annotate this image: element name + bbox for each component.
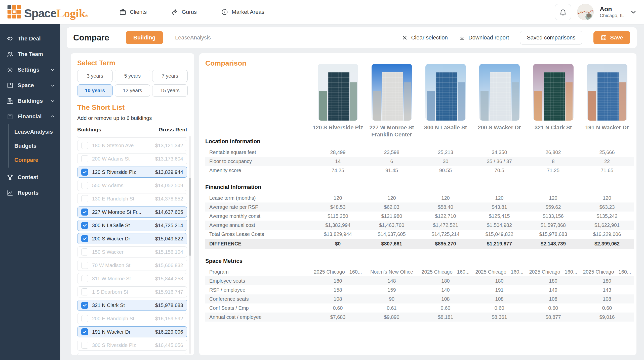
table-row-conference-seats: Conference seats10890108108108108 — [205, 294, 634, 303]
avatar[interactable]: VANDELAY — [577, 4, 594, 20]
cell-value: 2025 Chicago - 160... — [311, 269, 365, 275]
row-label: Annual cost / employee — [205, 314, 311, 320]
gross-rent-value: $15,156,104 — [155, 249, 183, 255]
shortlist-row[interactable]: 150 S Wacker$15,156,104 — [77, 246, 187, 258]
checkbox-unchecked[interactable] — [81, 355, 88, 355]
select-term-heading: Select Term — [77, 59, 115, 67]
term-option-5-years[interactable]: 5 years — [115, 70, 150, 82]
chevron-up-icon — [50, 114, 55, 119]
checkbox-unchecked[interactable] — [81, 182, 88, 189]
checkbox-unchecked[interactable] — [81, 155, 88, 162]
building-name: 1 S Dearborn St — [92, 289, 151, 295]
checkbox-checked[interactable] — [81, 222, 88, 229]
building-name: 300 S Riverside Plz — [92, 342, 151, 348]
user-menu[interactable]: Aon Chicago, IL — [600, 6, 624, 19]
term-option-3-years[interactable]: 3 years — [77, 70, 113, 82]
sidebar-item-leaseanalysis[interactable]: LeaseAnalysis — [9, 125, 60, 139]
chevron-down-icon[interactable] — [630, 9, 637, 16]
sidebar-item-settings[interactable]: Settings — [0, 62, 60, 78]
cell-value: $13,829,944 — [311, 231, 365, 237]
nav-item-market-areas[interactable]: Market Areas — [221, 8, 264, 16]
shortlist-row[interactable]: 200 E Randolph St$16,159,592 — [77, 313, 187, 324]
shortlist-subtitle: Add or remove up to 6 buildings — [77, 115, 152, 121]
cell-value: $62.03 — [365, 204, 419, 210]
checkbox-unchecked[interactable] — [81, 342, 88, 349]
sidebar-item-label: Reports — [18, 190, 38, 196]
term-option-10-years[interactable]: 10 years — [77, 84, 113, 97]
row-label: Average rate per RSF — [205, 204, 311, 210]
sidebar-item-space[interactable]: Space — [0, 78, 60, 93]
shortlist-row[interactable]: 1 S Dearborn St$15,916,747 — [77, 286, 187, 297]
term-option-7-years[interactable]: 7 years — [152, 70, 188, 82]
download-report-button[interactable]: Download report — [459, 34, 509, 41]
building-name: 550 W Adams — [92, 183, 151, 188]
shortlist-row[interactable]: 155 N Wacker Dr$16,668,712 — [77, 353, 187, 355]
shortlist-row[interactable]: 200 W Adams St$13,173,604 — [77, 153, 187, 164]
cell-value: 2025 Chicago - 160... — [580, 269, 634, 275]
building-photo — [425, 64, 466, 121]
term-option-12-years[interactable]: 12 years — [115, 84, 150, 97]
sidebar-item-compare[interactable]: Compare — [9, 153, 60, 167]
tab-building[interactable]: Building — [126, 31, 163, 44]
clear-selection-button[interactable]: Clear selection — [401, 34, 448, 41]
sidebar-item-the-team[interactable]: The Team — [0, 46, 60, 62]
nav-item-gurus[interactable]: Gurus — [171, 8, 197, 16]
shortlist-row[interactable]: 180 N Stetson Ave$13,121,342 — [77, 140, 187, 151]
shortlist-row[interactable]: 200 S Wacker Dr$15,049,822 — [77, 233, 187, 244]
checkbox-unchecked[interactable] — [81, 315, 88, 322]
sidebar-item-reports[interactable]: Reports — [0, 185, 60, 201]
app-logo[interactable]: SpaceLogik® — [7, 5, 88, 19]
checkbox-checked[interactable] — [81, 302, 88, 309]
chevron-down-icon — [50, 67, 55, 73]
cell-value: $2,399,062 — [580, 241, 634, 247]
shortlist-row[interactable]: 321 N Clark St$15,978,683 — [77, 300, 187, 311]
tab-leaseanalysis[interactable]: LeaseAnalysis — [175, 34, 211, 41]
shortlist-row[interactable]: 300 N LaSalle St$14,725,214 — [77, 220, 187, 231]
row-label: Conference seats — [205, 296, 311, 302]
partially-scrolled-row — [77, 136, 187, 138]
shortlist-row[interactable]: 130 E Randolph St$14,378,852 — [77, 193, 187, 204]
shortlist-rows: 180 N Stetson Ave$13,121,342200 W Adams … — [77, 140, 191, 355]
cell-value: $121,980 — [365, 213, 419, 219]
checkbox-checked[interactable] — [81, 328, 88, 335]
gross-rent-value: $15,916,747 — [155, 289, 183, 295]
shortlist-row[interactable]: 191 N Wacker Dr$16,229,006 — [77, 326, 187, 337]
shortlist-row[interactable]: 120 S Riverside Plz$13,829,944 — [77, 167, 187, 178]
checkbox-checked[interactable] — [81, 235, 88, 242]
shortlist-row[interactable]: 70 W Madison St$15,606,832 — [77, 260, 187, 271]
table-row-annual-cost-employee: Annual cost / employee$7,683$9,890$8,181… — [205, 313, 634, 322]
nav-item-label: Clients — [130, 9, 147, 15]
notifications-button[interactable] — [555, 4, 571, 20]
checkbox-unchecked[interactable] — [81, 195, 88, 202]
sidebar-item-the-deal[interactable]: The Deal — [0, 31, 60, 46]
checkbox-unchecked[interactable] — [81, 262, 88, 269]
nav-item-clients[interactable]: Clients — [119, 8, 147, 16]
shortlist-scrollbar[interactable] — [189, 136, 191, 354]
shortlist-row[interactable]: 311 W Monroe St$15,844,253 — [77, 273, 187, 284]
sidebar-item-contest[interactable]: Contest — [0, 170, 60, 185]
saved-comparisons-button[interactable]: Saved comparisons — [520, 31, 582, 44]
checkbox-checked[interactable] — [81, 169, 88, 176]
checkbox-unchecked[interactable] — [81, 288, 88, 295]
cell-value: 180 — [580, 278, 634, 284]
scrollbar-thumb[interactable] — [189, 178, 191, 256]
cell-value: 23,598 — [365, 149, 419, 155]
chevron-down-icon — [50, 83, 55, 88]
cell-value: $2,148,739 — [526, 241, 580, 247]
shortlist-row[interactable]: 550 W Adams$14,052,509 — [77, 180, 187, 191]
checkbox-checked[interactable] — [81, 209, 88, 216]
checkbox-unchecked[interactable] — [81, 142, 88, 149]
cell-value: 35 / 36 / 37 — [472, 159, 526, 164]
checkbox-unchecked[interactable] — [81, 275, 88, 282]
save-button[interactable]: Save — [593, 31, 630, 44]
shortlist-row[interactable]: 300 S Riverside Plz$16,445,056 — [77, 340, 187, 351]
building-name: 120 S Riverside Plz — [92, 169, 151, 175]
shortlist-row[interactable]: 227 W Monroe St Fr...$14,637,605 — [77, 207, 187, 218]
sidebar-item-buildings[interactable]: Buildings — [0, 93, 60, 109]
term-option-15-years[interactable]: 15 years — [152, 84, 188, 97]
sidebar-item-financial[interactable]: Financial — [0, 109, 60, 124]
checkbox-unchecked[interactable] — [81, 248, 88, 255]
cell-value: 180 — [472, 278, 526, 284]
cell-value: $8,361 — [472, 314, 526, 320]
sidebar-item-budgets[interactable]: Budgets — [9, 139, 60, 153]
